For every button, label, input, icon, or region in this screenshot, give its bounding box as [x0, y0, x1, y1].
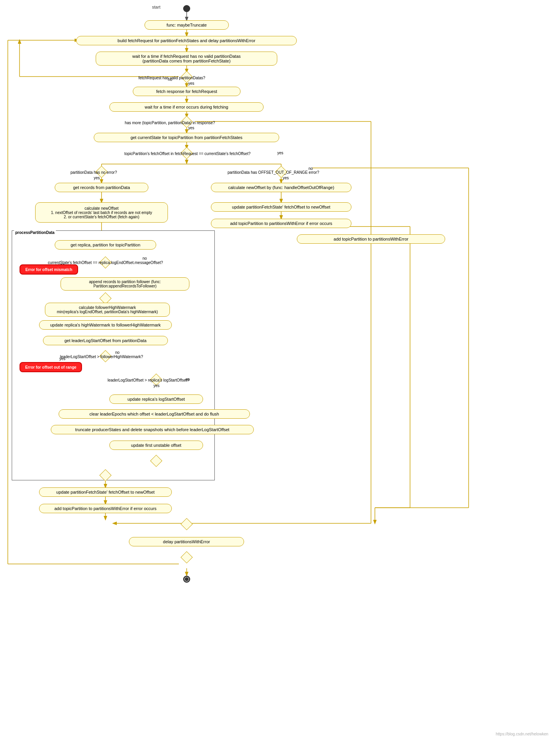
end-diamond: [182, 553, 191, 562]
diagram-container: start func: maybeTruncate build fetchReq…: [0, 0, 560, 744]
outer-diamond: [101, 471, 110, 480]
big-diamond: [182, 519, 191, 529]
end-node: [183, 575, 191, 583]
yes-label-2: yes: [188, 126, 194, 130]
yes-label-3: yes: [277, 151, 284, 155]
add-topicpartition-error3: add topicPartition to partitionsWithErro…: [39, 504, 172, 513]
watermark: https://blog.csdn.net/helowken: [496, 732, 548, 736]
get-currentstate: get currentState for topicPartition from…: [94, 133, 279, 142]
append-diamond: [101, 294, 110, 303]
add-topicpartition-error1: add topicPartition to partitionsWithErro…: [211, 219, 351, 228]
no-label-3: no: [143, 256, 147, 260]
no-label-4: no: [115, 350, 119, 355]
has-more-label: has more (topicPartition, partitionData)…: [115, 120, 225, 125]
yes-label-8: yes: [153, 384, 160, 388]
calculate-newoffset2: calculate newOffset by (func: handleOffs…: [211, 183, 351, 192]
offset-range-label: partitionData has OFFSET_OUT_OF_RANGE er…: [215, 169, 332, 175]
add-topicpartition-error2: add topicPartition to partitionsWithErro…: [297, 234, 445, 244]
yes-label-7: yes: [59, 357, 66, 361]
delay-partitions: delay partitionsWithError: [129, 537, 244, 546]
get-records: get records from partitionData: [55, 183, 148, 192]
get-replica: get replica, partition for topicPartitio…: [55, 240, 156, 250]
error-offset-mismatch: Error for offset mismatch: [20, 264, 78, 275]
topicpartition-offset-label: topicPartition's fetchOffset in fetchReq…: [86, 151, 289, 156]
clear-leader-epochs: clear leaderEpochs which offset < leader…: [59, 409, 250, 419]
update-first-unstable: update first unstable offset: [109, 441, 203, 450]
get-leader-logstartoffset: get leaderLogStartOffset from partitionD…: [43, 336, 168, 345]
func-maybeTruncate: func: maybeTruncate: [144, 20, 229, 30]
no-label-5: no: [185, 377, 190, 382]
update-partitionfetchstate2: update partitionFetchState' fetchOffset …: [39, 487, 172, 497]
yes-label-1: yes: [188, 81, 194, 86]
error-offset-range: Error for offset out of range: [20, 362, 82, 372]
build-fetchrequest: build fetchRequest for partitionFetchSta…: [76, 36, 297, 45]
process-box-label: processPartitionData: [14, 230, 56, 235]
inner-diamond: [152, 456, 161, 466]
update-replica-logstart: update replica's logStartOffset: [109, 394, 203, 404]
partitiondata-noerror-label: partitionData has no error?: [55, 169, 133, 175]
no-label-2: no: [309, 166, 313, 171]
update-partitionfetchstate1: update partitionFetchState' fetchOffset …: [211, 202, 351, 212]
calculate-newoffset1: calculate newOffset 1. nextOffset of rec…: [35, 202, 168, 223]
truncate-producer-states: truncate producerStates and delete snaps…: [51, 425, 254, 434]
wait-for-time: wait for a time if fetchRequest has no v…: [96, 52, 277, 66]
yes-label-4: yes: [94, 176, 100, 180]
fetch-response: fetch response for fetchRequest: [133, 87, 241, 96]
thread-label: start: [113, 3, 199, 11]
wait-error: wait for a time if error occurs during f…: [109, 102, 264, 112]
update-replica-hwm: update replica's highWatermark to follow…: [39, 320, 172, 330]
append-records: append records to partition follower (fu…: [61, 277, 189, 291]
calculate-follower-hwm: calculate followerHighWatermark min(repl…: [45, 303, 170, 317]
yes-label-5: yes: [283, 176, 289, 180]
end-circle: [183, 576, 190, 583]
no-label-1: no: [168, 77, 172, 82]
